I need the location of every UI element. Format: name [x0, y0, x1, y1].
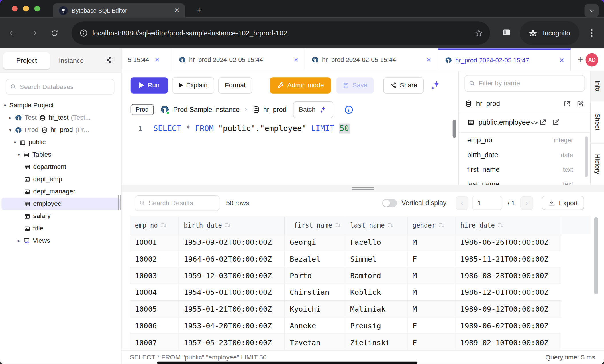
column-row[interactable]: last_name text [459, 177, 590, 185]
avatar[interactable]: AD [586, 53, 598, 66]
bookmark-star-icon[interactable] [474, 29, 483, 37]
close-icon[interactable]: ✕ [293, 56, 299, 64]
edit-icon[interactable] [576, 100, 584, 108]
back-button[interactable] [6, 27, 19, 40]
caret-down-icon[interactable]: ▾ [9, 127, 15, 133]
tree-node-table-salary[interactable]: salary [0, 210, 121, 222]
schema-table-row[interactable]: public.employee <> [459, 112, 590, 133]
run-button[interactable]: Run [131, 77, 168, 93]
close-icon[interactable]: ✕ [154, 56, 160, 64]
tree-node-schema-public[interactable]: ▾ public [0, 136, 121, 149]
sort-icon[interactable] [439, 223, 444, 228]
sort-icon[interactable] [388, 223, 393, 228]
save-button[interactable]: Save [336, 77, 374, 93]
explain-button[interactable]: Explain [172, 77, 214, 93]
caret-right-icon[interactable]: ▸ [18, 238, 23, 244]
tree-settings-button[interactable] [105, 56, 114, 66]
tab-history[interactable]: History [591, 143, 604, 184]
sort-icon[interactable] [498, 223, 503, 228]
site-info-icon[interactable] [79, 29, 88, 37]
tab-instance[interactable]: Instance [50, 52, 93, 69]
vertical-display-toggle[interactable] [382, 199, 397, 207]
sort-icon[interactable] [161, 223, 166, 228]
schema-filter-input[interactable] [479, 80, 581, 87]
caret-down-icon[interactable]: ▾ [18, 152, 23, 157]
column-row[interactable]: birth_date date [459, 147, 590, 162]
prev-page-button[interactable]: ‹ [456, 196, 468, 210]
url-text[interactable]: localhost:8080/sql-editor/prod-sample-in… [93, 29, 475, 37]
results-search[interactable] [135, 195, 220, 211]
browser-tab-close-icon[interactable]: ✕ [174, 7, 179, 14]
column-header[interactable]: birth_date [179, 217, 285, 234]
instance-name[interactable]: Prod Sample Instance [173, 106, 240, 114]
tab-project[interactable]: Project [3, 52, 50, 69]
tree-node-views-group[interactable]: ▸ Views [0, 235, 121, 247]
sheet-tab-3[interactable]: hr_prod 2024-02-05 15:44 ✕ [305, 48, 438, 71]
ai-assistant-button[interactable] [430, 80, 441, 91]
sheet-tab-2[interactable]: hr_prod 2024-02-05 15:44 ✕ [172, 48, 305, 71]
sql-editor[interactable]: 1 SELECT * FROM "public"."employee" LIMI… [122, 120, 458, 185]
close-window-button[interactable] [12, 6, 18, 11]
database-search[interactable] [6, 79, 114, 95]
close-icon[interactable]: ✕ [559, 57, 564, 64]
tab-search-button[interactable] [584, 4, 599, 17]
tree-node-hr-test[interactable]: ▸ Test hr_test (Test... [0, 112, 121, 124]
sidebar-resize-handle[interactable] [118, 195, 120, 210]
code-icon[interactable]: <> [531, 119, 537, 126]
external-link-icon[interactable] [563, 100, 571, 108]
column-header[interactable]: hire_date [455, 217, 561, 234]
column-header[interactable]: gender [407, 217, 455, 234]
new-tab-button[interactable]: + [193, 3, 206, 17]
sheet-tab-1[interactable]: 5 15:44 ✕ [122, 48, 172, 71]
close-icon[interactable]: ✕ [426, 56, 432, 64]
share-button[interactable]: Share [383, 77, 424, 93]
tree-node-tables-group[interactable]: ▾ Tables [0, 149, 121, 161]
browser-tab[interactable]: Bytebase SQL Editor ✕ [53, 3, 185, 18]
tab-sheet[interactable]: Sheet [591, 101, 604, 144]
database-search-input[interactable] [20, 83, 110, 91]
column-header[interactable]: emp_no [130, 217, 179, 234]
tree-node-table-department[interactable]: department [0, 161, 121, 173]
batch-button[interactable]: Batch [293, 101, 333, 118]
maximize-window-button[interactable] [34, 6, 40, 11]
browser-menu-button[interactable] [588, 29, 596, 37]
column-row[interactable]: emp_no integer [459, 133, 590, 147]
editor-scrollbar[interactable] [453, 120, 456, 138]
tree-node-table-dept-emp[interactable]: dept_emp [0, 173, 121, 185]
sheet-tab-4-active[interactable]: hr_prod 2024-02-05 15:47 ✕ [438, 48, 571, 71]
panel-resize-divider[interactable] [122, 185, 604, 192]
new-sheet-button[interactable]: + [575, 54, 586, 66]
caret-down-icon[interactable]: ▾ [4, 103, 9, 108]
tree-node-table-title[interactable]: title [0, 222, 121, 235]
results-scrollbar[interactable] [594, 217, 598, 294]
external-link-icon[interactable] [539, 118, 547, 126]
forward-button[interactable] [27, 27, 40, 40]
next-page-button[interactable]: › [520, 196, 533, 210]
reload-button[interactable] [48, 27, 61, 40]
page-input[interactable] [472, 196, 502, 210]
caret-right-icon[interactable]: ▸ [9, 115, 15, 120]
export-button[interactable]: Export [542, 196, 584, 210]
side-panel-button[interactable] [501, 28, 511, 39]
tree-node-hr-prod[interactable]: ▾ Prod hr_prod (Pr... [0, 124, 121, 136]
column-header[interactable]: first_name [285, 217, 345, 234]
format-button[interactable]: Format [218, 77, 252, 93]
database-name[interactable]: hr_prod [263, 106, 287, 114]
address-bar[interactable]: localhost:8080/sql-editor/prod-sample-in… [72, 21, 490, 45]
sort-icon[interactable] [225, 223, 231, 228]
tree-node-project[interactable]: ▾ Sample Project [0, 99, 121, 112]
column-header[interactable]: last_name [345, 217, 408, 234]
sql-statement[interactable]: SELECT * FROM "public"."employee" LIMIT … [153, 124, 350, 133]
column-row[interactable]: first_name text [459, 162, 590, 177]
admin-mode-button[interactable]: Admin mode [270, 77, 331, 93]
schema-scrollbar[interactable] [585, 136, 588, 177]
results-search-input[interactable] [148, 199, 215, 207]
edit-icon[interactable] [552, 118, 560, 126]
caret-down-icon[interactable]: ▾ [14, 140, 19, 145]
tree-node-table-dept-manager[interactable]: dept_manager [0, 185, 121, 198]
connection-info-button[interactable] [344, 105, 354, 114]
schema-database-row[interactable]: hr_prod [459, 95, 590, 112]
minimize-window-button[interactable] [23, 6, 29, 11]
tree-node-table-employee[interactable]: employee [1, 198, 120, 210]
tab-info[interactable]: Info [591, 71, 604, 101]
